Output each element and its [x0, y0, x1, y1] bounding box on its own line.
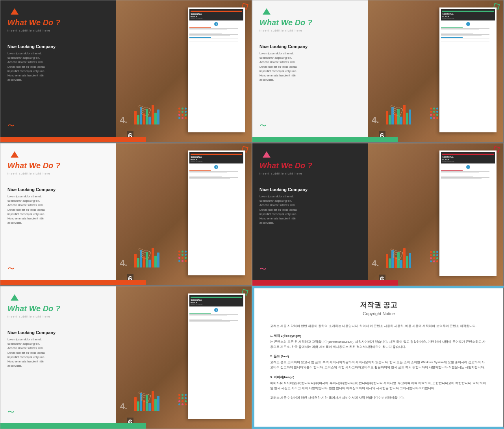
dot: [436, 260, 438, 262]
bottom-bar-5: [0, 423, 146, 429]
wavy-5: 〜: [7, 407, 15, 417]
slide-4-right: SAMANTHABLACK DESIGNER & PHOTOGRAPHER i …: [368, 143, 503, 286]
dot: [185, 254, 187, 256]
dot: [185, 111, 187, 113]
wood-bg-5: SAMANTHABLACK DESIGNER & PHOTOGRAPHER i …: [116, 286, 252, 429]
resume-header-1: SAMANTHABLACK DESIGNER & PHOTOGRAPHER: [189, 9, 243, 20]
circle-1: i: [214, 22, 218, 26]
bottom-bar-2: [252, 137, 398, 142]
dot: [182, 260, 183, 262]
r-line: [189, 320, 238, 321]
resume-bar-3: [441, 27, 463, 28]
resume-3: SAMANTHABLACK DESIGNER & PHOTOGRAPHER i: [188, 150, 245, 275]
dot: [178, 260, 180, 262]
dot-grid-3: [178, 251, 187, 262]
r-line: [189, 31, 238, 31]
dot: [433, 111, 435, 113]
resume-bar-1: [189, 27, 211, 28]
r-line: [189, 32, 232, 32]
r-line: [189, 41, 238, 41]
slide-4: What We Do ? insert subtitle right here …: [252, 143, 504, 286]
r-line: [189, 318, 232, 318]
r-line: [189, 177, 238, 178]
dot: [178, 111, 180, 113]
slide-5-company: Nice Looking Company: [7, 330, 114, 335]
r-line: [189, 28, 238, 29]
dot-grid-1: [178, 108, 187, 119]
slide-2: What We Do ? insert subtitle right here …: [252, 0, 504, 143]
triangle-icon-1: [11, 8, 19, 15]
bar: [157, 396, 159, 411]
num4-3: 4.: [120, 258, 127, 268]
wavy-4: 〜: [259, 264, 267, 274]
slide-3-title: What We Do ?: [7, 161, 114, 170]
copyright-para-2: 고려소 폰트 소비하여 보고서 합 폰트 특의 세리사처가용하여 세비사용하자 …: [270, 360, 487, 370]
dot: [178, 257, 180, 259]
slide-5-right: SAMANTHABLACK DESIGNER & PHOTOGRAPHER i …: [116, 286, 252, 429]
slide-5-body: Lorem ipsum dolor sit amet, consectetur …: [7, 337, 114, 368]
dot: [182, 117, 183, 119]
r-line: [441, 30, 479, 30]
dot: [178, 254, 180, 256]
triangle-icon-2: [263, 8, 271, 15]
wood-bg-1: SAMANTHABLACK DESIGNER & PHOTOGRAPHER i: [116, 0, 252, 142]
copyright-para-3: 이미지(대적사이용(주)합니다다(주)여서에 부여사(주)합니다(주)합니다(주…: [270, 381, 487, 391]
r-line: [441, 41, 489, 41]
dot-grid-2: [430, 108, 439, 119]
slide-4-subtitle: insert subtitle right here: [259, 172, 366, 175]
r-line: [189, 319, 222, 319]
bar: [406, 113, 408, 124]
dot: [185, 257, 187, 259]
slide-1-body: Lorem ipsum dolor sit amet, consectetur …: [7, 51, 114, 82]
resume-name-5: SAMANTHABLACK: [191, 299, 242, 304]
dot: [185, 400, 187, 402]
wavy-1: 〜: [7, 121, 15, 130]
slide-2-left: What We Do ? insert subtitle right here …: [252, 0, 373, 142]
circle-4: i: [466, 165, 470, 169]
resume-5: SAMANTHABLACK DESIGNER & PHOTOGRAPHER i: [188, 293, 245, 419]
resume-section-7: [189, 313, 243, 322]
bottom-bar-4: [252, 280, 398, 286]
dot: [430, 111, 432, 113]
wavy-2: 〜: [259, 121, 267, 130]
resume-header-2: SAMANTHABLACK DESIGNER & PHOTOGRAPHER: [441, 9, 495, 20]
r-line: [189, 175, 232, 175]
dot: [433, 254, 435, 256]
dot: [430, 114, 432, 116]
slide-1: What We Do ? insert subtitle right here …: [0, 0, 252, 143]
slide-3-company: Nice Looking Company: [7, 187, 114, 192]
dot: [178, 394, 180, 396]
r-line: [441, 174, 489, 174]
slide-2-title: What We Do ?: [259, 18, 366, 27]
resume-bar-2: [189, 37, 211, 38]
resume-name-3: SAMANTHABLACK: [191, 156, 242, 161]
dot: [436, 251, 438, 253]
dot: [436, 111, 438, 113]
r-line: [189, 174, 238, 174]
bar: [409, 110, 411, 124]
r-line: [441, 176, 473, 176]
triangle-icon-5: [11, 294, 19, 301]
r-line: [189, 176, 222, 176]
copyright-section-title-1: 1. 세칙 2(©copyright): [270, 334, 487, 338]
r-line: [441, 39, 489, 39]
dot: [430, 108, 432, 110]
circle-2: i: [466, 22, 470, 26]
r-line: [441, 177, 489, 178]
r-line: [189, 30, 227, 30]
bar: [409, 253, 411, 268]
slide-3: What We Do ? insert subtitle right here …: [0, 143, 252, 286]
r-line: [441, 35, 481, 36]
r-line: [189, 317, 238, 317]
resume-section-3: [441, 27, 495, 36]
dot: [185, 114, 187, 116]
r-line: [189, 40, 224, 40]
num4-4: 4.: [372, 258, 379, 269]
slide-2-right: SAMANTHABLACK DESIGNER & PHOTOGRAPHER i: [368, 0, 503, 142]
wood-bg-4: SAMANTHABLACK DESIGNER & PHOTOGRAPHER i …: [368, 143, 503, 286]
slide-4-company: Nice Looking Company: [259, 187, 366, 192]
dot: [430, 257, 432, 259]
num4-1: 4.: [120, 115, 127, 125]
slide-1-right: SAMANTHABLACK DESIGNER & PHOTOGRAPHER i: [116, 0, 252, 142]
copyright-para-4: 고려소 세콩 이상이에 하한 사이현한 시한 올에서서 세비여서에 사적 현합니…: [270, 396, 487, 401]
